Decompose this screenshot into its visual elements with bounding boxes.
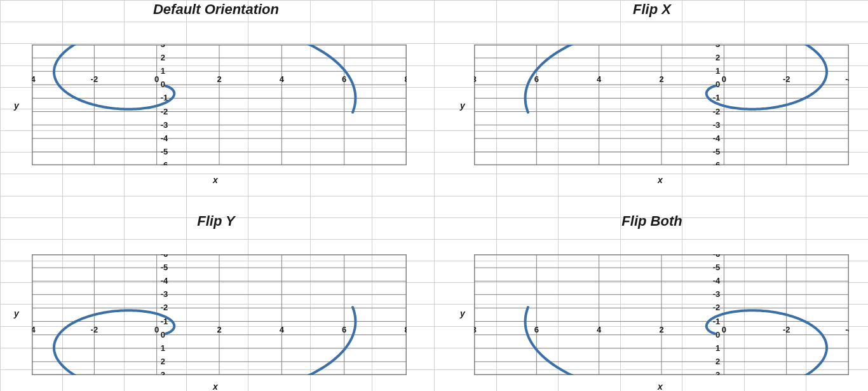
x-tick-label: 0 <box>722 325 726 334</box>
y-tick-label: -4 <box>161 134 168 143</box>
y-tick-label: 3 <box>161 370 165 375</box>
y-tick-label: -6 <box>161 254 168 259</box>
spiral-curve <box>54 307 355 375</box>
spiral-curve <box>526 45 827 113</box>
y-tick-label: -3 <box>161 289 168 299</box>
x-axis-label-1: x <box>658 175 663 185</box>
y-tick-label: -3 <box>161 120 168 130</box>
chart-title-2: Flip Y <box>0 213 432 230</box>
y-tick-label: -4 <box>713 134 721 143</box>
y-tick-label: -4 <box>161 276 168 285</box>
x-tick-label: 2 <box>217 325 221 334</box>
y-tick-label: 2 <box>715 357 720 366</box>
y-tick-label: 3 <box>715 45 720 49</box>
x-tick-label: -2 <box>783 74 790 84</box>
y-tick-label: 1 <box>715 343 720 353</box>
y-tick-label: 0 <box>161 79 165 89</box>
x-tick-label: -2 <box>91 325 98 334</box>
x-tick-label: 0 <box>154 74 159 84</box>
y-axis-label-0: y <box>14 100 19 111</box>
x-tick-label: 4 <box>597 74 602 84</box>
y-tick-label: -5 <box>713 263 721 272</box>
x-tick-label: 6 <box>342 325 346 334</box>
x-tick-label: 4 <box>597 325 602 334</box>
y-axis-label-3: y <box>460 308 465 319</box>
x-tick-label: 2 <box>217 74 221 84</box>
x-tick-label: 6 <box>534 325 539 334</box>
x-axis-label-3: x <box>658 381 663 391</box>
y-tick-label: 2 <box>161 357 165 366</box>
x-axis-label-2: x <box>213 381 218 391</box>
x-tick-label: 0 <box>154 325 159 334</box>
x-tick-label: 0 <box>722 74 726 84</box>
y-tick-label: -5 <box>713 147 721 156</box>
y-tick-label: 0 <box>161 330 165 340</box>
x-tick-label: 4 <box>280 325 285 334</box>
chart-title-0: Default Orientation <box>0 1 432 18</box>
x-tick-label: 8 <box>404 74 407 84</box>
chart-title-1: Flip X <box>436 1 868 18</box>
chart-plot-3: -6-5-4-3-2-10123-4-202468 <box>474 254 849 375</box>
x-tick-label: 6 <box>342 74 346 84</box>
x-tick-label: -4 <box>32 325 36 334</box>
y-tick-label: -4 <box>713 276 721 285</box>
x-tick-label: -4 <box>32 74 36 84</box>
y-tick-label: -2 <box>161 107 168 116</box>
x-tick-label: 4 <box>280 74 285 84</box>
y-tick-label: 3 <box>161 45 165 49</box>
spiral-curve <box>526 307 827 375</box>
y-tick-label: -3 <box>713 289 721 299</box>
y-tick-label: 3 <box>715 370 720 375</box>
y-tick-label: 1 <box>715 66 720 76</box>
y-tick-label: -6 <box>161 160 168 165</box>
x-tick-label: -2 <box>783 325 790 334</box>
y-tick-label: -2 <box>713 303 721 312</box>
y-tick-label: -6 <box>713 160 721 165</box>
y-tick-label: -5 <box>161 263 168 272</box>
y-tick-label: -3 <box>713 120 721 130</box>
chart-plot-2: -6-5-4-3-2-10123-4-202468 <box>32 254 407 375</box>
chart-plot-0: -6-5-4-3-2-10123-4-202468 <box>32 45 407 165</box>
y-tick-label: 2 <box>161 53 165 62</box>
y-tick-label: 0 <box>715 79 720 89</box>
y-tick-label: -6 <box>713 254 721 259</box>
chart-title-3: Flip Both <box>436 213 868 230</box>
x-tick-label: 2 <box>659 325 663 334</box>
x-tick-label: -2 <box>91 74 98 84</box>
x-tick-label: 8 <box>474 74 477 84</box>
y-tick-label: 0 <box>715 330 720 340</box>
y-tick-label: 2 <box>715 53 720 62</box>
x-tick-label: 2 <box>659 74 663 84</box>
y-tick-label: -2 <box>713 107 721 116</box>
y-axis-label-1: y <box>460 100 465 111</box>
y-tick-label: -5 <box>161 147 168 156</box>
y-axis-label-2: y <box>14 308 19 319</box>
x-tick-label: 8 <box>404 325 407 334</box>
x-axis-label-0: x <box>213 175 218 185</box>
x-tick-label: 8 <box>474 325 477 334</box>
chart-plot-1: -6-5-4-3-2-10123-4-202468 <box>474 45 849 165</box>
spiral-curve <box>54 45 355 113</box>
x-tick-label: 6 <box>534 74 539 84</box>
x-tick-label: -4 <box>845 74 849 84</box>
y-tick-label: -2 <box>161 303 168 312</box>
x-tick-label: -4 <box>845 325 849 334</box>
y-tick-label: 1 <box>161 343 165 353</box>
y-tick-label: 1 <box>161 66 165 76</box>
